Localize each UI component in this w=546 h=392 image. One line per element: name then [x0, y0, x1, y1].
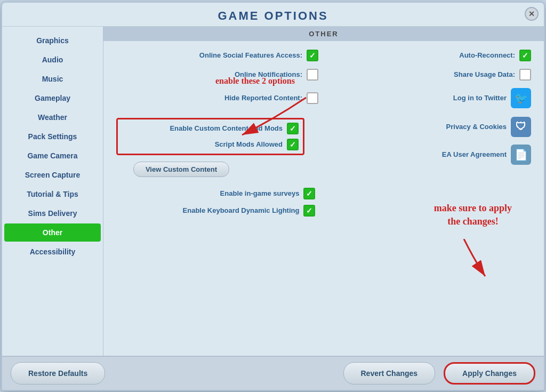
sidebar-item-sims-delivery[interactable]: Sims Delivery: [4, 204, 101, 222]
middle-section: Enable Custom Content and Mods Script Mo…: [103, 114, 544, 181]
annotation-text: enable these 2 options: [215, 76, 295, 86]
sidebar-item-pack-settings[interactable]: Pack Settings: [4, 127, 101, 146]
window-title: Game Options: [2, 9, 544, 23]
left-middle: Enable Custom Content and Mods Script Mo…: [103, 114, 317, 181]
enable-custom-content-row: Enable Custom Content and Mods: [122, 123, 299, 134]
script-mods-label: Script Mods Allowed: [215, 140, 283, 148]
sidebar-item-screen-capture[interactable]: Screen Capture: [4, 166, 101, 184]
view-custom-content-button[interactable]: View Custom Content: [133, 162, 229, 177]
script-mods-checkbox[interactable]: [287, 139, 299, 150]
enable-keyboard-lighting-label: Enable Keyboard Dynamic Lighting: [183, 206, 300, 214]
script-mods-row: Script Mods Allowed: [122, 139, 299, 150]
auto-reconnect-label: Auto-Reconnect:: [459, 51, 515, 59]
enable-keyboard-lighting-checkbox[interactable]: [303, 205, 315, 217]
highlight-box: Enable Custom Content and Mods Script Mo…: [116, 118, 304, 155]
sidebar-item-gameplay[interactable]: Gameplay: [4, 89, 101, 107]
sidebar-item-game-camera[interactable]: Game Camera: [4, 147, 101, 165]
online-social-features-row: Online Social Features Access:: [116, 50, 318, 61]
share-usage-data-row: Share Usage Data:: [329, 69, 531, 81]
content-area: Other Online Social Features Access: Aut…: [103, 27, 544, 356]
sidebar-item-audio[interactable]: Audio: [4, 51, 101, 69]
enable-custom-content-label: Enable Custom Content and Mods: [170, 124, 283, 132]
hide-reported-checkbox[interactable]: [307, 92, 318, 104]
ea-user-agreement-row: EA User Agreement 📄: [442, 145, 531, 165]
options-grid: Online Social Features Access: Auto-Reco…: [103, 50, 544, 108]
share-usage-data-label: Share Usage Data:: [454, 70, 515, 78]
twitter-label: Log in to Twitter: [453, 94, 507, 102]
restore-defaults-button[interactable]: Restore Defaults: [11, 362, 105, 385]
online-social-features-checkbox[interactable]: [307, 50, 318, 61]
apply-changes-button[interactable]: Apply Changes: [444, 362, 535, 385]
enable-custom-content-checkbox[interactable]: [287, 123, 299, 134]
enable-keyboard-lighting-row: Enable Keyboard Dynamic Lighting: [116, 205, 315, 217]
hide-reported-row: Hide Reported Content:: [116, 88, 318, 108]
ea-user-agreement-label: EA User Agreement: [442, 150, 507, 158]
main-body: Graphics Audio Music Gameplay Weather Pa…: [2, 27, 544, 356]
footer-right-buttons: Revert Changes Apply Changes: [343, 362, 536, 385]
auto-reconnect-checkbox[interactable]: [519, 50, 531, 61]
share-usage-data-checkbox[interactable]: [519, 69, 531, 81]
game-options-window: Game Options ✕ Graphics Audio Music Game…: [1, 2, 545, 391]
footer: Restore Defaults Revert Changes Apply Ch…: [2, 356, 544, 390]
sidebar: Graphics Audio Music Gameplay Weather Pa…: [2, 27, 103, 356]
sidebar-item-accessibility[interactable]: Accessibility: [4, 243, 101, 261]
auto-reconnect-row: Auto-Reconnect:: [329, 50, 531, 61]
sidebar-item-other[interactable]: Other: [4, 223, 101, 242]
right-middle: Privacy & Cookies 🛡 EA User Agreement 📄: [317, 114, 544, 181]
online-notifications-checkbox[interactable]: [307, 69, 318, 81]
sidebar-item-weather[interactable]: Weather: [4, 108, 101, 126]
sidebar-item-tutorial-tips[interactable]: Tutorial & Tips: [4, 185, 101, 203]
apply-annotation-text: make sure to applythe changes!: [434, 202, 512, 228]
privacy-cookies-button[interactable]: 🛡: [511, 117, 531, 137]
privacy-cookies-row: Privacy & Cookies 🛡: [446, 117, 531, 137]
enable-ingame-surveys-checkbox[interactable]: [303, 188, 315, 199]
apply-arrow-svg: [432, 239, 496, 282]
privacy-cookies-label: Privacy & Cookies: [446, 123, 507, 131]
enable-ingame-surveys-label: Enable in-game surveys: [220, 189, 300, 197]
revert-changes-button[interactable]: Revert Changes: [343, 362, 436, 385]
twitter-row: Log in to Twitter 🐦: [329, 88, 531, 108]
hide-reported-label: Hide Reported Content:: [224, 94, 302, 102]
section-header: Other: [103, 27, 544, 41]
ea-user-agreement-button[interactable]: 📄: [511, 145, 531, 165]
online-social-features-label: Online Social Features Access:: [199, 51, 302, 59]
sidebar-item-music[interactable]: Music: [4, 70, 101, 88]
sidebar-item-graphics[interactable]: Graphics: [4, 31, 101, 50]
close-button[interactable]: ✕: [525, 7, 539, 21]
twitter-button[interactable]: 🐦: [511, 88, 531, 108]
enable-ingame-surveys-row: Enable in-game surveys: [116, 188, 315, 199]
view-custom-content-container: View Custom Content: [103, 157, 317, 181]
title-bar: Game Options ✕: [2, 3, 544, 27]
